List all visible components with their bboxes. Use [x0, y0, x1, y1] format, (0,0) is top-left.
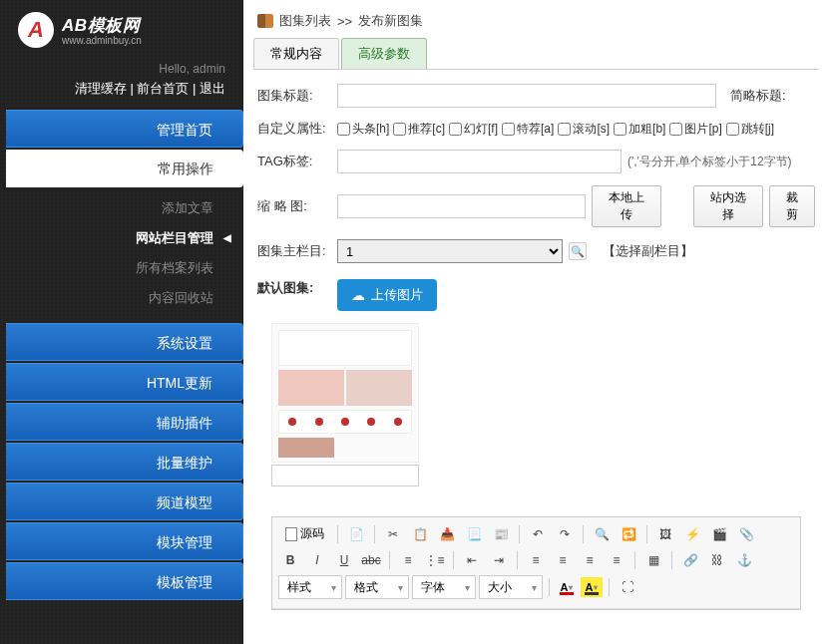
- editor-link-icon[interactable]: 🔗: [678, 549, 702, 571]
- editor-format-select[interactable]: 格式: [345, 575, 409, 599]
- editor-align-right-icon[interactable]: ≡: [578, 549, 602, 571]
- editor-attachment-icon[interactable]: 📎: [734, 523, 758, 545]
- col-label: 图集主栏目:: [257, 242, 337, 260]
- editor-strike-icon[interactable]: abc: [359, 549, 383, 571]
- default-gallery-label: 默认图集:: [257, 279, 337, 297]
- title-label: 图集标题:: [257, 87, 337, 105]
- editor-ul-icon[interactable]: ⋮≡: [423, 549, 447, 571]
- editor-font-select[interactable]: 字体: [412, 575, 476, 599]
- editor-text-color-icon[interactable]: A: [556, 577, 578, 597]
- logo-subtitle: www.adminbuy.cn: [62, 35, 142, 46]
- menu-template[interactable]: 模板管理: [6, 562, 243, 600]
- rich-editor: 源码 📄 ✂ 📋 📥 📃 📰 ↶ ↷ 🔍 �: [271, 516, 801, 610]
- editor-copy-icon[interactable]: 📋: [408, 523, 432, 545]
- logo-badge: A: [18, 12, 54, 48]
- editor-align-justify-icon[interactable]: ≡: [605, 549, 628, 571]
- editor-anchor-icon[interactable]: ⚓: [732, 549, 756, 571]
- submenu: 添加文章 网站栏目管理 所有档案列表 内容回收站: [0, 189, 243, 323]
- editor-italic-icon[interactable]: I: [305, 549, 329, 571]
- editor-size-select[interactable]: 大小: [479, 575, 543, 599]
- thumb-input[interactable]: [337, 194, 586, 218]
- editor-image-icon[interactable]: 🖼: [653, 523, 677, 545]
- book-icon: [257, 14, 273, 28]
- sidebar: A AB模板网 www.adminbuy.cn Hello, admin 清理缓…: [0, 0, 243, 644]
- menu-batch[interactable]: 批量维护: [6, 443, 243, 481]
- editor-align-center-icon[interactable]: ≡: [551, 549, 575, 571]
- editor-media-icon[interactable]: 🎬: [707, 523, 731, 545]
- attr-scroll[interactable]: [558, 123, 571, 136]
- submenu-column-manage[interactable]: 网站栏目管理: [0, 223, 243, 253]
- top-links: 清理缓存 | 前台首页 | 退出: [0, 80, 243, 110]
- editor-ol-icon[interactable]: ≡: [396, 549, 420, 571]
- tag-input[interactable]: [337, 150, 622, 173]
- tag-hint: (','号分开,单个标签小于12字节): [627, 154, 792, 170]
- menu-admin-home[interactable]: 管理首页: [6, 110, 243, 148]
- tab-advanced[interactable]: 高级参数: [341, 38, 427, 69]
- logout-link[interactable]: 退出: [200, 81, 225, 96]
- editor-paste-text-icon[interactable]: 📃: [462, 523, 486, 545]
- tab-normal[interactable]: 常规内容: [253, 38, 339, 69]
- editor-undo-icon[interactable]: ↶: [526, 523, 550, 545]
- btn-local-upload[interactable]: 本地上传: [592, 185, 661, 227]
- menu-html-update[interactable]: HTML更新: [6, 363, 243, 401]
- attr-slide[interactable]: [449, 123, 462, 136]
- editor-indent-icon[interactable]: ⇥: [487, 549, 511, 571]
- preview-filename[interactable]: [271, 465, 419, 486]
- preview-thumbnail[interactable]: [271, 323, 419, 463]
- search-icon[interactable]: 🔍: [569, 242, 587, 260]
- tag-label: TAG标签:: [257, 153, 337, 170]
- attr-label: 自定义属性:: [257, 120, 337, 138]
- editor-maximize-icon[interactable]: ⛶: [616, 576, 639, 598]
- attr-recommend[interactable]: [393, 123, 406, 136]
- short-title-label: 简略标题:: [730, 87, 786, 105]
- gallery-preview: [271, 323, 419, 486]
- editor-bold-icon[interactable]: B: [278, 549, 302, 571]
- menu-common-ops[interactable]: 常用操作: [6, 150, 243, 187]
- editor-redo-icon[interactable]: ↷: [553, 523, 577, 545]
- attr-special[interactable]: [502, 123, 515, 136]
- attr-headline[interactable]: [337, 123, 350, 136]
- editor-replace-icon[interactable]: 🔁: [617, 523, 640, 545]
- submenu-add-article[interactable]: 添加文章: [0, 193, 243, 223]
- editor-table-icon[interactable]: ▦: [641, 549, 665, 571]
- editor-outdent-icon[interactable]: ⇤: [460, 549, 484, 571]
- submenu-all-archives[interactable]: 所有档案列表: [0, 253, 243, 283]
- main-column-select[interactable]: 1: [337, 239, 563, 263]
- sub-column-link[interactable]: 【选择副栏目】: [603, 242, 693, 260]
- menu-system-setting[interactable]: 系统设置: [6, 323, 243, 361]
- editor-underline-icon[interactable]: U: [332, 549, 356, 571]
- submenu-recycle[interactable]: 内容回收站: [0, 283, 243, 313]
- menu-plugin[interactable]: 辅助插件: [6, 403, 243, 441]
- editor-bg-color-icon[interactable]: A: [581, 577, 603, 597]
- editor-cut-icon[interactable]: ✂: [381, 523, 405, 545]
- editor-paste-word-icon[interactable]: 📰: [489, 523, 513, 545]
- editor-unlink-icon[interactable]: ⛓: [705, 549, 729, 571]
- editor-newpage-icon[interactable]: 📄: [344, 523, 368, 545]
- editor-source-button[interactable]: 源码: [278, 522, 331, 545]
- attr-jump[interactable]: [726, 123, 739, 136]
- attr-bold[interactable]: [614, 123, 626, 136]
- editor-find-icon[interactable]: 🔍: [590, 523, 614, 545]
- title-input[interactable]: [337, 84, 716, 108]
- btn-site-select[interactable]: 站内选择: [693, 185, 763, 227]
- editor-flash-icon[interactable]: ⚡: [680, 523, 704, 545]
- editor-align-left-icon[interactable]: ≡: [524, 549, 548, 571]
- menu-channel[interactable]: 频道模型: [6, 483, 243, 520]
- cloud-upload-icon: ☁: [351, 287, 365, 303]
- logo-area: A AB模板网 www.adminbuy.cn: [0, 0, 243, 56]
- editor-paste-icon[interactable]: 📥: [435, 523, 459, 545]
- breadcrumb-list[interactable]: 图集列表: [279, 12, 331, 30]
- menu-module[interactable]: 模块管理: [6, 522, 243, 560]
- editor-style-select[interactable]: 样式: [278, 575, 342, 599]
- attr-checkboxes: 头条[h] 推荐[c] 幻灯[f] 特荐[a] 滚动[s] 加粗[b] 图片[p…: [337, 121, 774, 138]
- btn-crop[interactable]: 裁剪: [769, 185, 815, 227]
- attr-pic[interactable]: [669, 123, 682, 136]
- main-content: 图集列表 >> 发布新图集 常规内容 高级参数 图集标题: 简略标题: 自定义属…: [243, 0, 829, 644]
- thumb-label: 缩 略 图:: [257, 197, 337, 215]
- upload-image-button[interactable]: ☁ 上传图片: [337, 279, 437, 311]
- breadcrumb-current: 发布新图集: [358, 12, 423, 30]
- clear-cache-link[interactable]: 清理缓存: [75, 81, 127, 96]
- breadcrumb: 图集列表 >> 发布新图集: [243, 0, 829, 38]
- tabs: 常规内容 高级参数: [253, 38, 819, 70]
- front-home-link[interactable]: 前台首页: [137, 81, 189, 96]
